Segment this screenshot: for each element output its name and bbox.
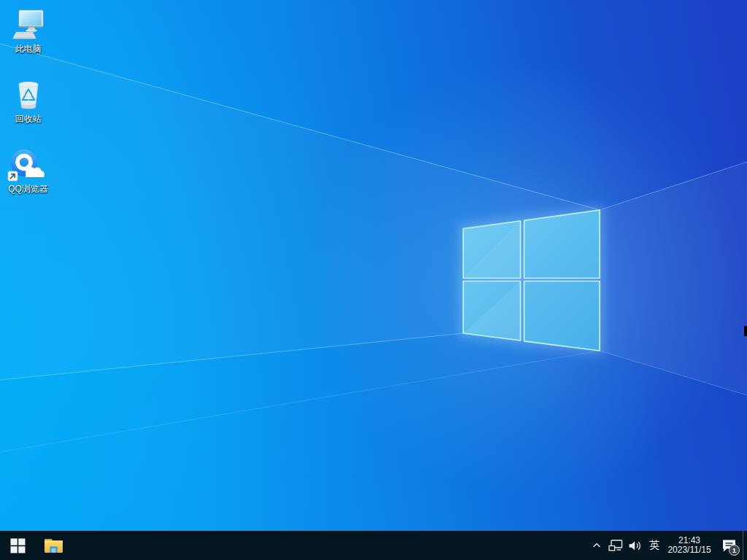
tray-date: 2023/11/15 bbox=[664, 545, 715, 555]
taskbar: 英 21:43 2023/11/15 1 bbox=[0, 531, 747, 560]
speaker-icon bbox=[628, 540, 642, 551]
file-explorer-folder-icon bbox=[44, 537, 63, 554]
taskbar-empty-area bbox=[71, 531, 588, 560]
cursor-artifact bbox=[744, 326, 747, 336]
show-desktop-button[interactable] bbox=[743, 531, 747, 560]
desktop-icon-this-pc[interactable]: 此电脑 bbox=[1, 6, 55, 54]
ethernet-network-icon bbox=[608, 540, 623, 552]
desktop-icon-qq-browser[interactable]: QQ浏览器 bbox=[1, 146, 55, 194]
language-indicator[interactable]: 英 bbox=[645, 531, 664, 560]
qq-browser-icon bbox=[7, 147, 50, 182]
chevron-up-icon bbox=[592, 542, 601, 548]
clock[interactable]: 21:43 2023/11/15 bbox=[664, 531, 715, 560]
file-explorer-button[interactable] bbox=[35, 531, 71, 560]
recycle-bin-icon bbox=[11, 77, 46, 112]
desktop-icon-label: QQ浏览器 bbox=[8, 184, 48, 194]
desktop-icon-label: 此电脑 bbox=[15, 44, 42, 54]
system-tray: 英 21:43 2023/11/15 1 bbox=[588, 531, 747, 560]
desktop-icon-recycle-bin[interactable]: 回收站 bbox=[1, 76, 55, 124]
desktop: 此电脑 回收站 bbox=[0, 0, 747, 560]
network-tray-button[interactable] bbox=[605, 531, 625, 560]
this-pc-monitor-icon bbox=[11, 7, 46, 42]
wallpaper bbox=[0, 0, 747, 531]
desktop-icon-label: 回收站 bbox=[15, 114, 42, 124]
notification-badge: 1 bbox=[729, 545, 740, 556]
volume-tray-button[interactable] bbox=[625, 531, 645, 560]
tray-overflow-button[interactable] bbox=[588, 531, 605, 560]
windows-logo-icon bbox=[10, 538, 26, 553]
action-center-button[interactable]: 1 bbox=[715, 531, 743, 560]
start-button[interactable] bbox=[0, 531, 35, 560]
windows-hero-logo bbox=[459, 206, 604, 355]
